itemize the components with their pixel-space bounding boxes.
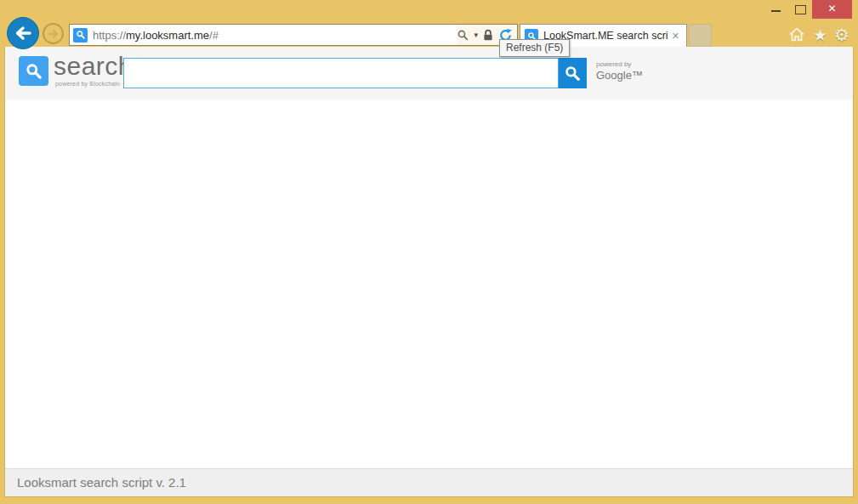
search-header: search powered by Blockchain powered by …: [5, 47, 853, 99]
new-tab-button[interactable]: [689, 24, 712, 47]
logo-tagline: powered by Blockchain: [55, 81, 120, 87]
search-input[interactable]: [123, 58, 559, 88]
page-content: search powered by Blockchain powered by …: [4, 47, 854, 497]
arrow-left-icon: [13, 23, 33, 43]
tab-close-icon[interactable]: ✕: [668, 29, 686, 43]
lock-icon[interactable]: [482, 29, 494, 42]
url-domain: my.looksmart.me: [126, 29, 209, 42]
powered-by-google: powered by Google™: [596, 60, 643, 82]
chevron-down-icon[interactable]: ▾: [474, 31, 478, 39]
maximize-button[interactable]: [788, 0, 812, 19]
footer-version-text: Looksmart search script v. 2.1: [17, 475, 186, 490]
browser-window: ✕ https://my.looksmart.me/# ▾ LookSmart.…: [0, 0, 858, 504]
magnifier-icon: [76, 30, 86, 40]
magnifier-icon: [564, 65, 582, 82]
search-icon[interactable]: [457, 29, 469, 42]
favorites-star-icon[interactable]: ★: [813, 25, 827, 44]
refresh-tooltip: Refresh (F5): [499, 39, 570, 57]
url-scheme: https://: [93, 29, 126, 42]
browser-toolbar: ★ ⚙: [787, 25, 849, 45]
settings-gear-icon[interactable]: ⚙: [834, 25, 849, 45]
looksmart-logo: [19, 56, 48, 86]
back-button[interactable]: [7, 17, 39, 49]
home-icon[interactable]: [787, 25, 806, 44]
close-button[interactable]: ✕: [812, 0, 852, 19]
close-icon: ✕: [827, 3, 836, 14]
powered-by-label: powered by: [596, 60, 643, 69]
address-bar[interactable]: https://my.looksmart.me/# ▾: [69, 24, 518, 46]
forward-button[interactable]: [43, 23, 64, 44]
search-submit-button[interactable]: [559, 58, 587, 88]
logo-wordmark: search: [54, 52, 133, 81]
page-footer: Looksmart search script v. 2.1: [5, 468, 853, 496]
google-label: Google™: [596, 69, 643, 82]
site-favicon: [73, 28, 88, 42]
magnifier-icon: [25, 62, 43, 81]
caption-buttons: ✕: [764, 0, 858, 19]
url-path: /#: [209, 29, 219, 42]
arrow-right-icon: [47, 27, 60, 41]
titlebar[interactable]: ✕: [0, 0, 858, 24]
url-text[interactable]: https://my.looksmart.me/#: [93, 29, 457, 42]
minimize-button[interactable]: [764, 0, 788, 19]
